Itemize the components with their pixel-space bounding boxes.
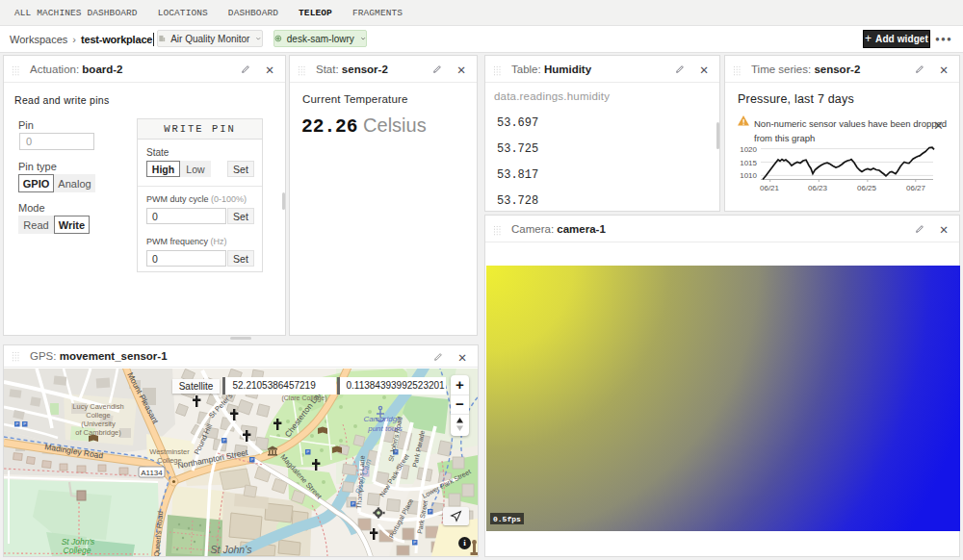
svg-text:06/23: 06/23 (808, 184, 828, 192)
svg-text:of Cambridge): of Cambridge) (75, 428, 121, 437)
svg-text:punt tours: punt tours (367, 424, 403, 433)
svg-text:(University: (University (81, 420, 116, 428)
svg-text:P: P (222, 438, 225, 443)
svg-text:Westminster: Westminster (149, 447, 190, 456)
svg-text:College: College (64, 546, 91, 555)
svg-text:06/25: 06/25 (857, 184, 877, 192)
svg-text:1015: 1015 (740, 159, 757, 167)
svg-text:P: P (306, 449, 309, 454)
svg-text:College: College (86, 411, 110, 420)
svg-text:P: P (351, 501, 354, 506)
svg-text:P: P (429, 509, 431, 514)
svg-text:P: P (413, 540, 416, 545)
svg-text:06/21: 06/21 (760, 184, 780, 192)
svg-text:A1134: A1134 (141, 469, 163, 477)
svg-text:P: P (23, 421, 26, 426)
svg-text:06/27: 06/27 (906, 184, 926, 192)
svg-text:(Clare College): (Clare College) (281, 395, 326, 402)
svg-text:1010: 1010 (740, 171, 757, 180)
svg-text:Cambridge: Cambridge (363, 415, 402, 423)
svg-text:College: College (157, 456, 181, 465)
svg-text:1020: 1020 (740, 145, 757, 154)
svg-text:P: P (15, 421, 18, 426)
svg-text:St John's: St John's (211, 544, 253, 555)
svg-text:P: P (250, 457, 253, 462)
svg-text:Lucy Cavendish: Lucy Cavendish (72, 402, 123, 411)
